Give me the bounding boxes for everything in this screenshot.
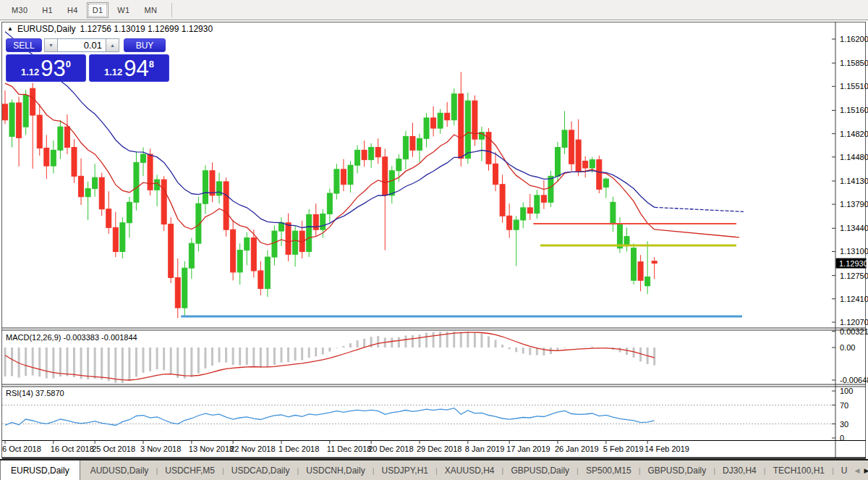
current-price-badge: 1.12930 <box>839 259 868 268</box>
mt4-terminal: { "toolbar":{ "timeframes":["M30","H1","… <box>0 0 868 480</box>
price-axis-label: 1.16200 <box>840 35 868 43</box>
ask-price-button[interactable]: 1.12 94 8 <box>89 54 169 82</box>
date-axis-label: 8 Jan 2019 <box>465 445 504 453</box>
chart-tab-eurusd-daily[interactable]: EURUSD,Daily <box>0 460 80 480</box>
date-axis-label: 25 Oct 2018 <box>92 445 135 453</box>
timeframe-button-h1[interactable]: H1 <box>36 2 59 18</box>
macd-axis-label: -0.006485 <box>840 376 868 384</box>
arrow-down-icon: ▼ <box>48 43 54 48</box>
date-axis-label: 3 Nov 2018 <box>140 445 181 453</box>
bid-price-prefix: 1.12 <box>21 65 39 80</box>
timeframe-button-d1[interactable]: D1 <box>87 2 109 18</box>
price-axis-label: 1.12410 <box>840 295 868 303</box>
rsi-axis-label: 70 <box>840 401 848 410</box>
price-axis-label: 1.13790 <box>840 200 868 209</box>
axes-layer: 1.162001.158501.155101.151601.148201.144… <box>2 22 868 459</box>
timeframe-button-w1[interactable]: W1 <box>111 2 135 18</box>
arrow-up-icon: ▲ <box>110 43 115 48</box>
date-axis-label: 11 Dec 2018 <box>327 445 372 453</box>
chart-tab-usdcnh-daily[interactable]: USDCNH,Daily <box>299 460 372 480</box>
rsi-axis-label: 30 <box>840 420 848 429</box>
macd-pane: MACD(12,26,9) -0.003383 -0.0018440.00321… <box>5 327 868 384</box>
tab-scroll-arrows: ◀▶ <box>855 460 868 480</box>
chart-tab-gbpusd-daily[interactable]: GBPUSD,Daily <box>641 460 714 480</box>
chart-tab-xauusd-h4[interactable]: XAUUSD,H4 <box>438 460 502 480</box>
price-axis-label: 1.15510 <box>840 82 868 90</box>
chart-tab-usdjpy-h1[interactable]: USDJPY,H1 <box>375 460 435 480</box>
date-axis-label: 29 Dec 2018 <box>417 445 461 453</box>
chart-tab-usdcad-daily[interactable]: USDCAD,Daily <box>224 460 297 480</box>
volume-input[interactable] <box>58 38 106 52</box>
timeframe-button-h4[interactable]: H4 <box>61 2 84 18</box>
date-axis-label: 17 Jan 2019 <box>506 445 550 453</box>
macd-indicator-label: MACD(12,26,9) -0.003383 -0.001844 <box>6 333 137 342</box>
collapse-triangle-icon[interactable]: ▲ <box>7 25 13 32</box>
price-axis-label: 1.15160 <box>840 106 868 114</box>
chart-tab-bar: EURUSD,DailyAUDUSD,Daily|USDCHF,M5|USDCA… <box>0 459 868 480</box>
ask-price-big-digits: 94 <box>124 58 148 80</box>
chart-tab-dj30-h4[interactable]: DJ30,H4 <box>715 460 764 480</box>
date-axis-label: 14 Feb 2019 <box>644 445 689 453</box>
rsi-axis-label: 100 <box>840 387 853 395</box>
chart-title: ▲ EURUSD,Daily 1.12756 1.13019 1.12699 1… <box>7 24 213 34</box>
price-axis-label: 1.15850 <box>840 59 868 67</box>
bid-price-big-digits: 93 <box>41 58 65 80</box>
chart-tab-gbpusd-daily[interactable]: GBPUSD,Daily <box>503 460 576 480</box>
rsi-pane: RSI(14) 37.587010070300 <box>2 387 853 442</box>
date-axis-label: 20 Dec 2018 <box>368 445 413 453</box>
macd-axis-label: 0.003216 <box>840 327 868 336</box>
date-axis-label: 16 Oct 2018 <box>51 445 94 453</box>
scroll-left-icon[interactable]: ◀ <box>855 467 860 474</box>
chart-ohlc-values: 1.12756 1.13019 1.12699 1.12930 <box>80 24 213 34</box>
scroll-right-icon[interactable]: ▶ <box>864 467 868 474</box>
chart-symbol-label: EURUSD,Daily <box>17 24 76 34</box>
ask-price-pip-digit: 8 <box>149 59 154 70</box>
buy-button[interactable]: BUY <box>124 38 166 52</box>
macd-axis-label: 0.00 <box>840 343 855 352</box>
volume-decrease-button[interactable]: ▼ <box>44 38 58 52</box>
chart-tab-tech100-h1[interactable]: TECH100,H1 <box>766 460 832 480</box>
date-axis-label: 5 Feb 2019 <box>603 445 644 453</box>
chart-tab-sp500-m15[interactable]: SP500,M15 <box>579 460 639 480</box>
price-axis-label: 1.13440 <box>840 224 868 232</box>
rsi-axis-label: 0 <box>840 434 844 442</box>
date-axis-label: 26 Jan 2019 <box>555 445 599 453</box>
date-axis-label: 1 Dec 2018 <box>278 445 319 453</box>
price-axis-label: 1.13100 <box>840 247 868 256</box>
price-axis-label: 1.14820 <box>840 130 868 138</box>
price-axis-label: 1.14130 <box>840 177 868 185</box>
date-axis-label: 22 Nov 2018 <box>230 445 275 453</box>
bid-price-pip-digit: 0 <box>66 59 71 70</box>
ask-price-prefix: 1.12 <box>104 65 122 80</box>
timeframe-button-m30[interactable]: M30 <box>6 2 33 18</box>
volume-increase-button[interactable]: ▲ <box>106 38 119 52</box>
price-axis-label: 1.12750 <box>840 271 868 280</box>
chart-tab-usdchf-m5[interactable]: USDCHF,M5 <box>158 460 222 480</box>
sell-button[interactable]: SELL <box>6 38 42 52</box>
chart-tab-u[interactable]: U <box>834 460 855 480</box>
one-click-trading-panel: SELL ▼ ▲ BUY 1.12 93 0 1.12 94 8 <box>6 38 169 82</box>
price-axis-label: 1.12070 <box>840 318 868 327</box>
toolbar-divider <box>171 3 172 17</box>
rsi-indicator-label: RSI(14) 37.5870 <box>6 389 64 397</box>
timeframe-button-mn[interactable]: MN <box>138 2 163 18</box>
bid-price-button[interactable]: 1.12 93 0 <box>6 54 86 82</box>
date-axis-label: 6 Oct 2018 <box>2 445 41 453</box>
date-axis-label: 13 Nov 2018 <box>189 445 234 453</box>
candles-layer <box>3 72 658 318</box>
price-axis-label: 1.14480 <box>840 153 868 161</box>
chart-tab-audusd-daily[interactable]: AUDUSD,Daily <box>83 460 156 480</box>
timeframe-toolbar: M30H1H4D1W1MN <box>0 0 868 20</box>
